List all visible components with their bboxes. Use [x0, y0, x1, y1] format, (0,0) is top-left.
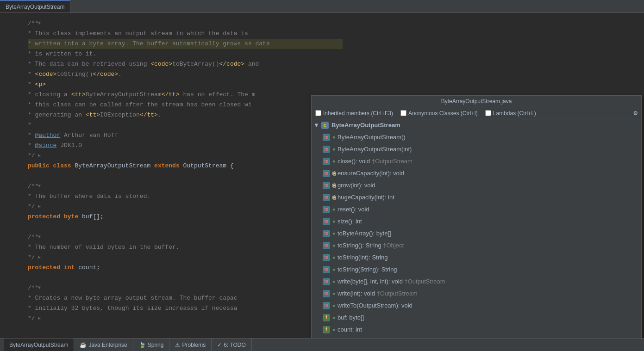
java-enterprise-label: Java Enterprise: [88, 342, 127, 348]
fold-icon-27[interactable]: ▼: [38, 283, 44, 289]
list-item-writeto[interactable]: m ■ writeTo(OutputStream): void: [312, 300, 641, 312]
bottom-tab-todo[interactable]: ✓ 6: TODO: [212, 339, 252, 351]
list-item-write1[interactable]: m ■ write(byte[], int, int): void †Outpu…: [312, 276, 641, 288]
list-item-count[interactable]: f ■ count: int: [312, 324, 641, 336]
anonymous-checkbox-label[interactable]: Anonymous Classes (Ctrl+I): [400, 110, 478, 117]
field-icon-2: f: [323, 326, 330, 333]
popup-toolbar: Inherited members (Ctrl+F3) Anonymous Cl…: [312, 107, 641, 119]
chevron-icon: ▼: [313, 120, 319, 130]
public-badge-2: ■: [332, 148, 336, 151]
public-badge-3: ■: [332, 160, 336, 163]
problems-label: Problems: [182, 342, 206, 348]
fold-icon-14[interactable]: ▶: [38, 151, 44, 157]
tab-bar: ByteArrayOutputStream: [0, 0, 644, 13]
item-text-12: toString(String): String: [338, 265, 638, 275]
list-item-grow[interactable]: m 🔒 grow(int): void: [312, 179, 641, 191]
method-icon-5: m: [323, 182, 330, 189]
list-item-write2[interactable]: m ■ write(int): void †OutputStream: [312, 288, 641, 300]
lambdas-checkbox-label[interactable]: Lambdas (Ctrl+L): [485, 110, 536, 117]
spring-icon: 🍃: [139, 342, 146, 348]
method-icon-1: m: [323, 134, 330, 141]
method-icon-12: m: [323, 266, 330, 273]
bottom-tab-spring[interactable]: 🍃 Spring: [133, 339, 170, 351]
field-icon-1: f: [323, 314, 330, 321]
item-text-7: reset(): void: [338, 204, 638, 215]
method-icon-14: m: [323, 290, 330, 297]
method-icon-3: m: [323, 158, 330, 165]
method-icon-9: m: [323, 230, 330, 237]
list-item-maxarraysize[interactable]: f 🔒 MAX_ARRAY_SIZE: int = Integer.MAX_VA…: [312, 336, 641, 338]
item-text-f3: MAX_ARRAY_SIZE: int = Integer.MAX_VALUE …: [338, 337, 638, 338]
lambdas-label: Lambdas (Ctrl+L): [493, 110, 536, 117]
method-icon-4: m: [323, 170, 330, 177]
popup-list[interactable]: ▼ C ByteArrayOutputStream m ■ ByteArrayO…: [312, 119, 641, 338]
list-item-constructor1[interactable]: m ■ ByteArrayOutputStream(): [312, 131, 641, 143]
method-icon-6: m: [323, 194, 330, 201]
item-text-5: grow(int): void: [338, 180, 638, 191]
bottom-tab-bytearrayoutputstream[interactable]: ByteArrayOutputStream: [4, 339, 74, 351]
spring-label: Spring: [148, 342, 164, 348]
inherited-checkbox-label[interactable]: Inherited members (Ctrl+F3): [315, 110, 393, 117]
item-text-8: size(): int: [338, 216, 638, 227]
public-badge-f2: ■: [332, 328, 336, 332]
todo-label: 6: TODO: [224, 342, 246, 348]
list-item-huge[interactable]: m 🔒 hugeCapacity(int): int: [312, 191, 641, 203]
anonymous-checkbox[interactable]: [400, 110, 406, 116]
editor-tab-bytearrayoutputstream[interactable]: ByteArrayOutputStream: [0, 0, 70, 12]
list-item-buf[interactable]: f ■ buf: byte[]: [312, 312, 641, 324]
list-item-reset[interactable]: m ■ reset(): void: [312, 203, 641, 216]
list-item-size[interactable]: m ■ size(): int: [312, 216, 641, 228]
public-badge-7: ■: [332, 208, 336, 211]
fold-icon-24[interactable]: ▶: [38, 252, 44, 259]
gear-icon[interactable]: ⚙: [634, 109, 638, 117]
group-label: ByteArrayOutputStream: [331, 120, 400, 130]
item-text-3: close(): void †OutputStream: [338, 156, 638, 166]
item-text-13: write(byte[], int, int): void †OutputStr…: [338, 277, 638, 287]
public-badge-12: ■: [332, 268, 336, 271]
item-text-11: toString(int): String: [338, 252, 638, 263]
anonymous-label: Anonymous Classes (Ctrl+I): [408, 110, 478, 117]
list-item-tostring2[interactable]: m ■ toString(int): String: [312, 252, 641, 264]
lambdas-checkbox[interactable]: [485, 110, 491, 116]
code-line-6: * <code>toString()</code>.: [28, 69, 644, 80]
code-line-4: * is written to it.: [28, 49, 644, 59]
public-badge-f1: ■: [332, 316, 336, 320]
method-icon-11: m: [323, 254, 330, 261]
code-line-2: * This class implements an output stream…: [28, 29, 644, 39]
method-icon-10: m: [323, 242, 330, 249]
list-item-tobytearray[interactable]: m ■ toByteArray(): byte[]: [312, 228, 641, 240]
inherited-checkbox[interactable]: [315, 110, 321, 116]
popup-title: ByteArrayOutputStream.java: [312, 96, 641, 107]
fold-icon-22[interactable]: ▼: [38, 232, 44, 239]
item-text-4: ensureCapacity(int): void: [338, 168, 638, 179]
problems-icon: ⚠: [175, 342, 180, 348]
list-item-tostring1[interactable]: m ■ toString(): String †Object: [312, 240, 641, 252]
list-item-close[interactable]: m ■ close(): void †OutputStream: [312, 155, 641, 167]
public-badge-8: ■: [332, 220, 336, 223]
code-line-5: * The data can be retrieved using <code>…: [28, 59, 644, 69]
bottom-tab-problems[interactable]: ⚠ Problems: [169, 339, 212, 351]
fold-icon-30[interactable]: ▶: [38, 314, 44, 320]
bottom-tab-java-enterprise[interactable]: ☕ Java Enterprise: [74, 339, 133, 351]
item-text-10: toString(): String †Object: [338, 240, 638, 251]
bottom-bar: ByteArrayOutputStream ☕ Java Enterprise …: [0, 338, 644, 351]
public-badge-11: ■: [332, 256, 336, 259]
list-item-tostring3[interactable]: m ■ toString(String): String: [312, 264, 641, 276]
item-text-f1: buf: byte[]: [338, 313, 638, 323]
list-item-constructor2[interactable]: m ■ ByteArrayOutputStream(int): [312, 143, 641, 155]
public-badge-1: ■: [332, 135, 336, 139]
list-item-ensure[interactable]: m 🔒 ensureCapacity(int): void: [312, 167, 641, 179]
fold-icon-17[interactable]: ▼: [38, 181, 44, 188]
item-text-14: write(int): void †OutputStream: [338, 289, 638, 299]
public-badge-15: ■: [332, 304, 336, 308]
fold-icon-19[interactable]: ▶: [38, 202, 44, 208]
code-line-7: * <p>: [28, 80, 644, 90]
fold-icon-15[interactable]: ▼: [38, 161, 44, 167]
group-header-bytearray[interactable]: ▼ C ByteArrayOutputStream: [312, 119, 641, 131]
bottom-tab-label: ByteArrayOutputStream: [9, 342, 68, 348]
fold-icon-1[interactable]: ▼: [38, 18, 44, 25]
editor-area[interactable]: ▼ /** * This class implements an output …: [0, 13, 644, 338]
method-icon-2: m: [323, 146, 330, 153]
public-badge-9: ■: [332, 232, 336, 235]
public-badge-13: ■: [332, 280, 336, 283]
